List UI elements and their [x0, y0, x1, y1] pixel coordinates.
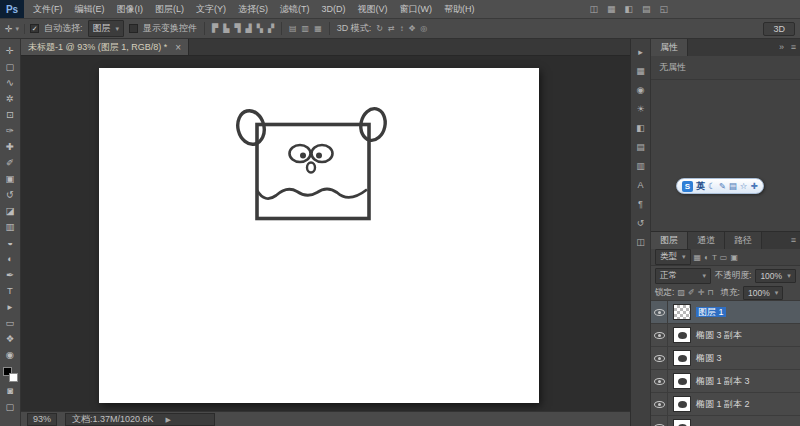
visibility-eye-icon[interactable]: [651, 370, 668, 392]
filter-type-layers-icon[interactable]: T: [712, 253, 717, 262]
ime-toolbar[interactable]: S 英 ☾ ✎ ▤ ☆ ✚: [676, 178, 764, 194]
menu-item-layer[interactable]: 图层(L): [149, 0, 190, 18]
color-swatches[interactable]: [3, 367, 18, 382]
adjustments-icon[interactable]: ☀: [636, 104, 644, 114]
paragraph-icon[interactable]: ¶: [638, 199, 643, 209]
histogram-icon[interactable]: ▦: [636, 66, 645, 76]
visibility-eye-icon[interactable]: [651, 393, 668, 415]
screen-mode-icon[interactable]: ◱: [659, 4, 668, 14]
menu-item-select[interactable]: 选择(S): [232, 0, 274, 18]
quick-selection-tool[interactable]: ✲: [1, 90, 20, 106]
3d-drag-icon[interactable]: ↕: [400, 24, 404, 33]
styles-icon[interactable]: ◧: [636, 123, 645, 133]
layer-thumbnail[interactable]: [673, 327, 691, 343]
hand-tool[interactable]: ❖: [1, 330, 20, 346]
crop-tool[interactable]: ⊡: [1, 106, 20, 122]
lock-image-pixels-icon[interactable]: ✐: [688, 288, 695, 297]
align-bottom-icon[interactable]: ▞: [268, 24, 274, 33]
document-info[interactable]: 文档:1.37M/1020.6K ▶: [65, 413, 215, 426]
opacity-dropdown[interactable]: 100% ▾: [755, 269, 795, 283]
healing-brush-tool[interactable]: ✚: [1, 138, 20, 154]
shape-tool[interactable]: ▭: [1, 314, 20, 330]
layer-row-3[interactable]: 椭圆 3: [651, 347, 800, 370]
lock-all-icon[interactable]: ⊓: [707, 288, 713, 297]
tab-properties[interactable]: 属性: [651, 39, 688, 56]
zoom-tool[interactable]: ◉: [1, 346, 20, 362]
panel-menu-icon[interactable]: ≡: [791, 42, 796, 52]
distribute-all-icon[interactable]: ▦: [314, 24, 322, 33]
align-center-h-icon[interactable]: ▙: [223, 24, 229, 33]
visibility-eye-icon[interactable]: [651, 301, 668, 323]
layer-thumbnail[interactable]: [673, 304, 691, 320]
layer-thumbnail[interactable]: [673, 350, 691, 366]
eraser-tool[interactable]: ◪: [1, 202, 20, 218]
filter-pixel-layers-icon[interactable]: ▦: [694, 253, 702, 262]
3d-scale-icon[interactable]: ◎: [420, 24, 427, 33]
layer-name[interactable]: 图层 1: [696, 307, 726, 317]
align-middle-icon[interactable]: ▚: [257, 24, 263, 33]
close-icon[interactable]: ×: [175, 42, 181, 53]
filter-adjustment-layers-icon[interactable]: ◐: [704, 253, 709, 262]
background-color-swatch[interactable]: [9, 373, 18, 382]
ime-moon-icon[interactable]: ☾: [708, 181, 716, 191]
navigator-icon[interactable]: ◉: [637, 85, 645, 95]
visibility-eye-icon[interactable]: [651, 324, 668, 346]
collapse-dock-icon[interactable]: »: [779, 42, 784, 52]
path-selection-tool[interactable]: ▸: [1, 298, 20, 314]
visibility-eye-icon[interactable]: [651, 347, 668, 369]
3d-roll-icon[interactable]: ⇄: [388, 24, 395, 33]
lock-position-icon[interactable]: ✛: [698, 288, 705, 297]
tool-preset-picker[interactable]: ✛ ▾: [5, 24, 25, 34]
layer-name[interactable]: 椭圆 3 副本: [696, 330, 742, 340]
document-tab[interactable]: 未标题-1 @ 93% (图层 1, RGB/8) * ×: [21, 39, 189, 55]
ime-language-indicator[interactable]: 英: [696, 180, 705, 193]
3d-rotate-icon[interactable]: ↻: [376, 24, 383, 33]
view-extras-icon[interactable]: ▦: [607, 4, 616, 14]
layer-name[interactable]: 椭圆 3: [696, 353, 722, 363]
distribute-h-icon[interactable]: ▤: [289, 24, 297, 33]
tab-layers[interactable]: 图层: [651, 232, 688, 249]
tab-channels[interactable]: 通道: [688, 232, 725, 249]
layer-name[interactable]: 椭圆 1 副本 3: [696, 376, 750, 386]
layer-row-1[interactable]: 图层 1: [651, 301, 800, 324]
filter-shape-layers-icon[interactable]: ▭: [720, 253, 728, 262]
brush-tool[interactable]: ✐: [1, 154, 20, 170]
status-expand-icon[interactable]: ▶: [166, 414, 171, 425]
menu-item-filter[interactable]: 滤镜(T): [274, 0, 316, 18]
mini-bridge-icon[interactable]: ▸: [638, 47, 643, 57]
visibility-eye-icon[interactable]: [651, 416, 668, 426]
menu-item-view[interactable]: 视图(V): [352, 0, 394, 18]
blur-tool[interactable]: ◒: [1, 234, 20, 250]
ime-toolbox-icon[interactable]: ✚: [750, 181, 757, 191]
menu-item-type[interactable]: 文字(Y): [190, 0, 232, 18]
layer-name[interactable]: 椭圆 1 副本 2: [696, 399, 750, 409]
arrange-documents-icon[interactable]: ▤: [642, 4, 651, 14]
launch-bridge-icon[interactable]: ◫: [589, 4, 598, 14]
zoom-level[interactable]: 93%: [27, 413, 57, 426]
move-tool[interactable]: ✛: [1, 42, 20, 58]
menu-item-file[interactable]: 文件(F): [27, 0, 69, 18]
dodge-tool[interactable]: ◐: [1, 250, 20, 266]
history-brush-tool[interactable]: ↺: [1, 186, 20, 202]
ime-pen-icon[interactable]: ✎: [719, 181, 726, 191]
history-icon[interactable]: ↺: [637, 218, 645, 228]
layer-row-2[interactable]: 椭圆 3 副本: [651, 324, 800, 347]
document-canvas[interactable]: [99, 68, 539, 403]
distribute-v-icon[interactable]: ▥: [302, 24, 310, 33]
color-icon[interactable]: ▤: [636, 142, 645, 152]
canvas-workspace[interactable]: [21, 56, 630, 411]
gradient-tool[interactable]: ▥: [1, 218, 20, 234]
layer-row-6[interactable]: [651, 416, 800, 426]
align-top-icon[interactable]: ▟: [246, 24, 252, 33]
layer-thumbnail[interactable]: [673, 419, 691, 426]
layer-filter-dropdown[interactable]: 类型 ▾: [655, 249, 691, 265]
layer-row-5[interactable]: 椭圆 1 副本 2: [651, 393, 800, 416]
marquee-tool[interactable]: ▢: [1, 58, 20, 74]
align-left-icon[interactable]: ▛: [212, 24, 218, 33]
ime-keyboard-icon[interactable]: ▤: [729, 181, 737, 191]
filter-smart-objects-icon[interactable]: ▣: [730, 253, 738, 262]
pen-tool[interactable]: ✒: [1, 266, 20, 282]
character-icon[interactable]: A: [637, 180, 643, 190]
layer-row-4[interactable]: 椭圆 1 副本 3: [651, 370, 800, 393]
swatches-icon[interactable]: ▥: [636, 161, 645, 171]
